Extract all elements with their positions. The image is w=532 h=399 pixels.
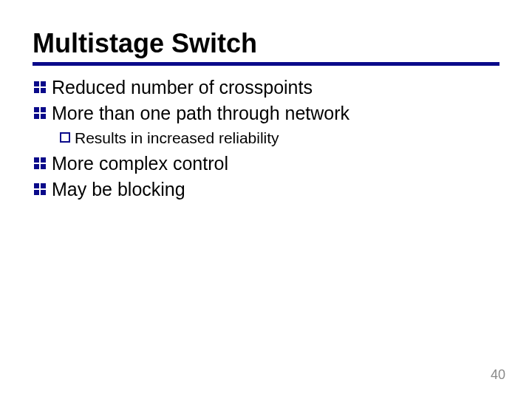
svg-rect-3 bbox=[41, 88, 46, 93]
slide: Multistage Switch Reduced number of cros… bbox=[0, 0, 532, 399]
title-underline bbox=[33, 62, 499, 66]
list-item: More than one path through network bbox=[33, 102, 499, 125]
list-item-text: More than one path through network bbox=[52, 102, 349, 125]
svg-rect-5 bbox=[41, 107, 46, 112]
svg-rect-7 bbox=[41, 114, 46, 119]
list-item-text: More complex control bbox=[52, 152, 228, 175]
svg-rect-10 bbox=[41, 157, 46, 163]
svg-rect-15 bbox=[34, 190, 39, 195]
svg-rect-12 bbox=[41, 164, 46, 169]
svg-rect-0 bbox=[34, 81, 39, 86]
decorative-bullet-icon bbox=[33, 80, 47, 95]
list-item: More complex control bbox=[33, 152, 499, 175]
list-item-text: May be blocking bbox=[52, 178, 185, 201]
svg-rect-14 bbox=[41, 183, 46, 188]
decorative-bullet-icon bbox=[33, 182, 47, 197]
svg-rect-1 bbox=[41, 81, 46, 86]
svg-rect-8 bbox=[61, 133, 69, 142]
bullet-list: Reduced number of crosspoints More than … bbox=[33, 76, 499, 201]
page-number: 40 bbox=[491, 367, 505, 383]
decorative-bullet-icon bbox=[33, 156, 47, 171]
svg-rect-6 bbox=[34, 114, 39, 119]
svg-rect-9 bbox=[34, 157, 39, 163]
svg-rect-11 bbox=[34, 164, 39, 169]
list-item: May be blocking bbox=[33, 178, 499, 201]
svg-rect-16 bbox=[41, 190, 46, 195]
list-item-text: Reduced number of crosspoints bbox=[52, 76, 313, 99]
svg-rect-13 bbox=[34, 183, 39, 188]
slide-title: Multistage Switch bbox=[33, 28, 499, 59]
hollow-square-bullet-icon bbox=[59, 132, 71, 143]
svg-rect-4 bbox=[34, 107, 39, 112]
svg-rect-2 bbox=[34, 88, 39, 93]
list-item: Reduced number of crosspoints bbox=[33, 76, 499, 99]
sub-list-item: Results in increased reliability bbox=[59, 129, 499, 148]
decorative-bullet-icon bbox=[33, 106, 47, 120]
sub-list-item-text: Results in increased reliability bbox=[75, 129, 279, 148]
